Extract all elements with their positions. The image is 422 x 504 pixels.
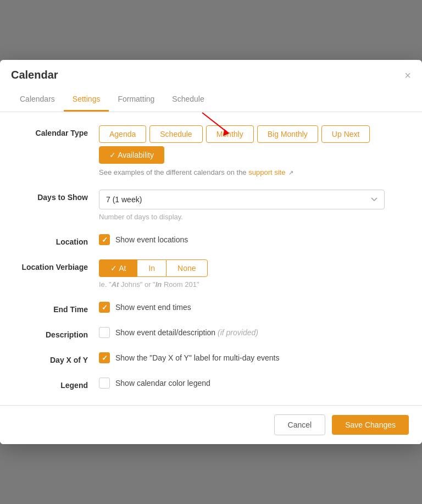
description-checkbox-row: Show event detail/description (if provid… bbox=[99, 327, 406, 338]
modal-title: Calendar bbox=[11, 69, 58, 88]
location-verbiage-content: ✓ At In None Ie. "At Johns" or "In Room … bbox=[99, 259, 406, 289]
tab-formatting[interactable]: Formatting bbox=[109, 88, 163, 112]
cal-type-big-monthly[interactable]: Big Monthly bbox=[257, 125, 318, 143]
modal-footer: Cancel Save Changes bbox=[0, 405, 422, 444]
description-content: Show event detail/description (if provid… bbox=[99, 327, 406, 338]
day-x-of-y-label: Day X of Y bbox=[16, 352, 99, 364]
end-time-content: Show event end times bbox=[99, 302, 406, 313]
cal-type-up-next[interactable]: Up Next bbox=[321, 125, 370, 143]
calendar-type-label: Calendar Type bbox=[16, 125, 99, 137]
calendar-type-row: Calendar Type Agenda Schedule Monthly Bi… bbox=[16, 125, 406, 176]
location-checkbox[interactable] bbox=[99, 234, 110, 245]
verb-hint: Ie. "At Johns" or "In Room 201" bbox=[99, 280, 406, 289]
day-x-of-y-checkbox[interactable] bbox=[99, 352, 110, 363]
close-button[interactable]: × bbox=[404, 70, 411, 87]
legend-label: Legend bbox=[16, 378, 99, 390]
tab-schedule[interactable]: Schedule bbox=[163, 88, 213, 112]
calendar-type-grid-wrapper: Agenda Schedule Monthly Big Monthly Up N… bbox=[99, 125, 406, 164]
days-to-show-label: Days to Show bbox=[16, 190, 99, 202]
location-checkbox-label: Show event locations bbox=[115, 235, 188, 244]
modal-overlay: Calendar × Calendars Settings Formatting… bbox=[0, 0, 422, 504]
legend-checkbox[interactable] bbox=[99, 378, 110, 389]
legend-checkbox-label: Show calendar color legend bbox=[115, 379, 210, 387]
days-to-show-select[interactable]: 1 (1 day) 3 (3 days) 7 (1 week) 14 (2 we… bbox=[99, 190, 385, 209]
external-link-icon: ↗ bbox=[288, 169, 293, 176]
verb-btn-at[interactable]: ✓ At bbox=[99, 259, 137, 277]
day-x-of-y-row: Day X of Y Show the "Day X of Y" label f… bbox=[16, 352, 406, 364]
verb-btn-none[interactable]: None bbox=[166, 259, 207, 277]
calendar-modal: Calendar × Calendars Settings Formatting… bbox=[0, 60, 422, 444]
end-time-checkbox-label: Show event end times bbox=[115, 303, 191, 312]
end-time-row: End Time Show event end times bbox=[16, 302, 406, 314]
legend-content: Show calendar color legend bbox=[99, 378, 406, 389]
cal-type-availability[interactable]: ✓ Availability bbox=[99, 146, 164, 164]
day-x-of-y-content: Show the "Day X of Y" label for multi-da… bbox=[99, 352, 406, 363]
tab-settings[interactable]: Settings bbox=[64, 88, 109, 112]
calendar-type-content: Agenda Schedule Monthly Big Monthly Up N… bbox=[99, 125, 406, 176]
description-checkbox[interactable] bbox=[99, 327, 110, 338]
tab-bar: Calendars Settings Formatting Schedule bbox=[0, 88, 422, 112]
location-verbiage-buttons: ✓ At In None bbox=[99, 259, 406, 277]
cal-type-agenda[interactable]: Agenda bbox=[99, 125, 146, 143]
day-x-of-y-checkbox-row: Show the "Day X of Y" label for multi-da… bbox=[99, 352, 406, 363]
description-label: Description bbox=[16, 327, 99, 339]
cal-type-monthly[interactable]: Monthly bbox=[206, 125, 254, 143]
support-link-row: See examples of the different calendars … bbox=[99, 168, 406, 176]
save-button[interactable]: Save Changes bbox=[332, 415, 409, 435]
location-content: Show event locations bbox=[99, 234, 406, 245]
location-verbiage-row: Location Verbiage ✓ At In None Ie. "At J… bbox=[16, 259, 406, 289]
description-checkbox-label: Show event detail/description (if provid… bbox=[115, 328, 258, 337]
end-time-checkbox-row: Show event end times bbox=[99, 302, 406, 313]
cancel-button[interactable]: Cancel bbox=[274, 414, 326, 435]
location-verbiage-label: Location Verbiage bbox=[16, 259, 99, 272]
calendar-type-buttons: Agenda Schedule Monthly Big Monthly Up N… bbox=[99, 125, 374, 164]
end-time-label: End Time bbox=[16, 302, 99, 314]
verb-btn-in[interactable]: In bbox=[137, 259, 166, 277]
description-row: Description Show event detail/descriptio… bbox=[16, 327, 406, 339]
support-site-link[interactable]: support site bbox=[248, 168, 285, 176]
days-to-show-content: 1 (1 day) 3 (3 days) 7 (1 week) 14 (2 we… bbox=[99, 190, 406, 221]
end-time-checkbox[interactable] bbox=[99, 302, 110, 313]
modal-body: Calendar Type Agenda Schedule Monthly Bi… bbox=[0, 112, 422, 405]
location-label: Location bbox=[16, 234, 99, 246]
modal-header: Calendar × bbox=[0, 60, 422, 88]
legend-checkbox-row: Show calendar color legend bbox=[99, 378, 406, 389]
days-to-show-row: Days to Show 1 (1 day) 3 (3 days) 7 (1 w… bbox=[16, 190, 406, 221]
legend-row: Legend Show calendar color legend bbox=[16, 378, 406, 390]
days-hint: Number of days to display. bbox=[99, 213, 406, 221]
cal-type-schedule[interactable]: Schedule bbox=[149, 125, 202, 143]
location-checkbox-row: Show event locations bbox=[99, 234, 406, 245]
tab-calendars[interactable]: Calendars bbox=[11, 88, 64, 112]
day-x-of-y-checkbox-label: Show the "Day X of Y" label for multi-da… bbox=[115, 353, 279, 362]
location-row: Location Show event locations bbox=[16, 234, 406, 246]
